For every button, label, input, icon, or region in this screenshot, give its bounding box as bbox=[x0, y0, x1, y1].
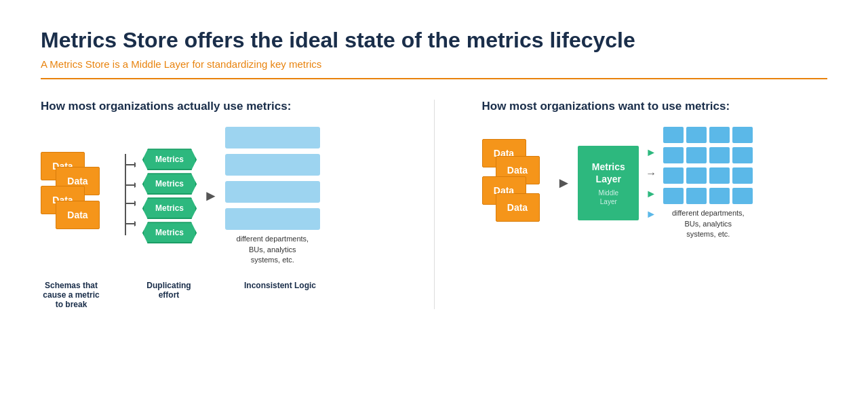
schemas-label-wrapper: Schemas that cause a metric to break bbox=[41, 275, 108, 309]
grid-row-1 bbox=[663, 127, 753, 143]
blue-bar-2 bbox=[225, 154, 320, 176]
cell-1-1 bbox=[663, 127, 684, 143]
metrics-layer-label: MetricsLayer bbox=[592, 161, 625, 185]
metrics-layer-sublabel: MiddleLayer bbox=[599, 188, 618, 206]
svg-marker-7 bbox=[134, 201, 136, 206]
divider bbox=[41, 78, 827, 79]
grid-row-4 bbox=[663, 188, 753, 204]
cell-4-4 bbox=[732, 188, 753, 204]
cell-3-3 bbox=[709, 167, 730, 184]
schemas-label: Schemas that cause a metric to break bbox=[41, 281, 102, 309]
departments-label-left: different departments,BUs, analyticssyst… bbox=[236, 234, 309, 265]
cell-4-1 bbox=[663, 188, 684, 204]
subtitle: A Metrics Store is a Middle Layer for st… bbox=[41, 58, 827, 70]
right-arrows: ► → ► ► bbox=[646, 139, 656, 227]
right-data-box-4: Data bbox=[496, 193, 540, 222]
blue-bar-3 bbox=[225, 181, 320, 203]
grid-row-3 bbox=[663, 167, 753, 184]
inconsistent-label-wrapper: Inconsistent Logic bbox=[236, 275, 324, 290]
svg-marker-8 bbox=[134, 221, 136, 226]
cell-3-1 bbox=[663, 167, 684, 184]
duplicating-label: Duplicating effort bbox=[138, 281, 199, 300]
data-stack-left: Data Data Data Data bbox=[41, 152, 108, 240]
metrics-node-2: Metrics bbox=[142, 173, 197, 195]
cell-1-3 bbox=[709, 127, 730, 143]
branch-connector bbox=[115, 147, 136, 245]
section-divider bbox=[434, 100, 435, 309]
right-diagram: How most organizations want to use metri… bbox=[482, 100, 828, 239]
blue-grid-bars bbox=[663, 127, 753, 204]
cell-2-1 bbox=[663, 147, 684, 163]
arrow-to-bars: ► bbox=[203, 187, 218, 205]
cell-2-3 bbox=[709, 147, 730, 163]
cell-1-4 bbox=[732, 127, 753, 143]
metrics-layer-box: MetricsLayer MiddleLayer bbox=[578, 146, 639, 220]
inconsistent-label: Inconsistent Logic bbox=[236, 281, 324, 290]
cell-2-2 bbox=[686, 147, 707, 163]
cell-3-2 bbox=[686, 167, 707, 184]
diagrams-row: How most organizations actually use metr… bbox=[41, 100, 827, 309]
departments-label-right: different departments,BUs, analyticssyst… bbox=[672, 208, 745, 239]
cell-4-2 bbox=[686, 188, 707, 204]
arrow-r3: ► bbox=[646, 188, 656, 199]
blue-bar-4 bbox=[225, 208, 320, 230]
arrow-r4: ► bbox=[646, 209, 656, 220]
bottom-labels: Schemas that cause a metric to break Dup… bbox=[41, 275, 387, 309]
svg-marker-6 bbox=[134, 182, 136, 188]
data-box-4: Data bbox=[56, 201, 100, 229]
blue-bar-1 bbox=[225, 127, 320, 148]
cell-3-4 bbox=[732, 167, 753, 184]
metrics-node-1: Metrics bbox=[142, 148, 197, 170]
blue-bars-section: different departments,BUs, analyticssyst… bbox=[225, 127, 320, 265]
blue-grids-section: different departments,BUs, analyticssyst… bbox=[663, 127, 753, 239]
page-title: Metrics Store offers the ideal state of … bbox=[41, 27, 827, 53]
duplicating-label-wrapper: Duplicating effort bbox=[138, 275, 213, 300]
left-diagram-title: How most organizations actually use metr… bbox=[41, 100, 387, 113]
arrow-r1: ► bbox=[646, 147, 656, 158]
cell-1-2 bbox=[686, 127, 707, 143]
metrics-nodes: Metrics Metrics Metrics Metrics bbox=[142, 148, 197, 243]
metrics-node-3: Metrics bbox=[142, 197, 197, 219]
arrow-r2: → bbox=[646, 167, 656, 180]
grid-row-2 bbox=[663, 147, 753, 163]
data-stack-right: Data Data Data Data bbox=[482, 139, 550, 227]
arrow-to-layer: ► bbox=[557, 174, 572, 192]
cell-2-4 bbox=[732, 147, 753, 163]
cell-4-3 bbox=[709, 188, 730, 204]
right-diagram-title: How most organizations want to use metri… bbox=[482, 100, 828, 113]
metrics-node-4: Metrics bbox=[142, 222, 197, 243]
left-diagram: How most organizations actually use metr… bbox=[41, 100, 387, 309]
blue-bars bbox=[225, 127, 320, 230]
svg-marker-5 bbox=[134, 162, 136, 167]
